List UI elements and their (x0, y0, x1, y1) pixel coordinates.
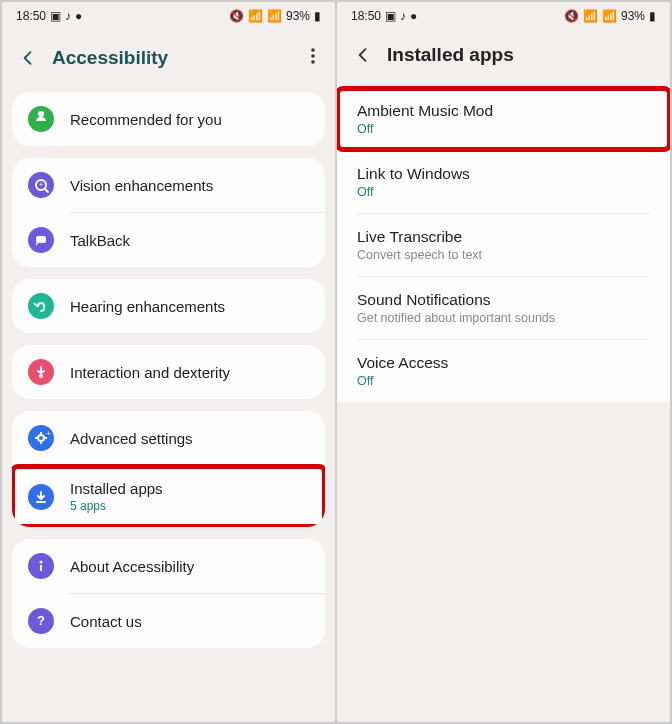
dot-icon: ● (410, 9, 417, 23)
app-row[interactable]: Ambient Music ModOff (337, 88, 670, 150)
talkback-purple-icon (28, 227, 54, 253)
settings-row[interactable]: +Advanced settings (12, 411, 325, 465)
dot-icon: ● (75, 9, 82, 23)
help-purple-icon: ? (28, 608, 54, 634)
row-label: TalkBack (70, 232, 309, 249)
app-subtext: Off (357, 374, 650, 388)
svg-rect-10 (36, 236, 46, 243)
settings-group: Hearing enhancements (12, 279, 325, 333)
status-bar: 18:50 ▣ ♪ ● 🔇 📶 📶 93% ▮ (337, 2, 670, 30)
svg-point-1 (311, 54, 315, 58)
svg-point-2 (311, 60, 315, 64)
app-row[interactable]: Sound NotificationsGet notified about im… (337, 277, 670, 339)
svg-point-0 (311, 48, 315, 52)
app-subtext: Convert speech to text (357, 248, 650, 262)
music-icon: ♪ (65, 9, 71, 23)
page-title: Accessibility (52, 47, 293, 69)
settings-group: Recommended for you (12, 92, 325, 146)
mute-icon: 🔇 (229, 9, 244, 23)
wifi-icon: 📶 (583, 9, 598, 23)
row-label: Vision enhancements (70, 177, 309, 194)
settings-row[interactable]: Installed apps5 apps (12, 466, 325, 527)
row-subtext: 5 apps (70, 499, 309, 513)
battery-icon: ▮ (649, 9, 656, 23)
svg-point-14 (39, 374, 43, 378)
image-icon: ▣ (50, 9, 61, 23)
header: Installed apps (337, 30, 670, 86)
battery-text: 93% (286, 9, 310, 23)
status-time: 18:50 (351, 9, 381, 23)
more-icon[interactable] (307, 44, 319, 72)
installed-apps-list: Ambient Music ModOffLink to WindowsOffLi… (337, 86, 670, 402)
wifi-icon: 📶 (248, 9, 263, 23)
download-blue-icon (28, 484, 54, 510)
settings-row[interactable]: +Vision enhancements (12, 158, 325, 212)
svg-point-20 (40, 561, 43, 564)
info-purple-icon (28, 553, 54, 579)
app-subtext: Off (357, 122, 650, 136)
svg-point-11 (28, 293, 54, 319)
app-row[interactable]: Link to WindowsOff (337, 151, 670, 213)
svg-text:+: + (39, 181, 43, 188)
back-icon[interactable] (18, 48, 38, 68)
app-label: Voice Access (357, 354, 650, 372)
music-icon: ♪ (400, 9, 406, 23)
app-subtext: Get notified about important sounds (357, 311, 650, 325)
app-label: Sound Notifications (357, 291, 650, 309)
settings-group: Interaction and dexterity (12, 345, 325, 399)
row-label: About Accessibility (70, 558, 309, 575)
row-label: Hearing enhancements (70, 298, 309, 315)
screen-accessibility: 18:50 ▣ ♪ ● 🔇 📶 📶 93% ▮ Accessibility Re… (2, 2, 335, 722)
battery-icon: ▮ (314, 9, 321, 23)
row-label: Interaction and dexterity (70, 364, 309, 381)
app-row[interactable]: Live TranscribeConvert speech to text (337, 214, 670, 276)
status-time: 18:50 (16, 9, 46, 23)
settings-group: +Advanced settingsInstalled apps5 apps (12, 411, 325, 527)
row-label: Advanced settings (70, 430, 309, 447)
app-label: Link to Windows (357, 165, 650, 183)
signal-icon: 📶 (602, 9, 617, 23)
mute-icon: 🔇 (564, 9, 579, 23)
touch-pink-icon (28, 359, 54, 385)
page-title: Installed apps (387, 44, 654, 66)
app-label: Ambient Music Mod (357, 102, 650, 120)
settings-row[interactable]: TalkBack (12, 213, 325, 267)
svg-rect-21 (40, 565, 42, 571)
settings-row[interactable]: ?Contact us (12, 594, 325, 648)
screen-installed-apps: 18:50 ▣ ♪ ● 🔇 📶 📶 93% ▮ Installed apps A… (337, 2, 670, 722)
svg-point-4 (38, 111, 44, 117)
ear-teal-icon (28, 293, 54, 319)
settings-row[interactable]: Recommended for you (12, 92, 325, 146)
settings-row[interactable]: Interaction and dexterity (12, 345, 325, 399)
person-green-icon (28, 106, 54, 132)
eye-purple-icon: + (28, 172, 54, 198)
header: Accessibility (2, 30, 335, 92)
settings-group: +Vision enhancementsTalkBack (12, 158, 325, 267)
row-label: Contact us (70, 613, 309, 630)
status-bar: 18:50 ▣ ♪ ● 🔇 📶 📶 93% ▮ (2, 2, 335, 30)
row-label: Recommended for you (70, 111, 309, 128)
back-icon[interactable] (353, 45, 373, 65)
app-subtext: Off (357, 185, 650, 199)
image-icon: ▣ (385, 9, 396, 23)
app-row[interactable]: Voice AccessOff (337, 340, 670, 402)
gear-blue-icon: + (28, 425, 54, 451)
app-label: Live Transcribe (357, 228, 650, 246)
settings-row[interactable]: Hearing enhancements (12, 279, 325, 333)
svg-text:+: + (46, 429, 51, 438)
signal-icon: 📶 (267, 9, 282, 23)
battery-text: 93% (621, 9, 645, 23)
svg-text:?: ? (37, 613, 45, 628)
settings-row[interactable]: About Accessibility (12, 539, 325, 593)
settings-group: About Accessibility?Contact us (12, 539, 325, 648)
row-label: Installed apps (70, 480, 309, 497)
